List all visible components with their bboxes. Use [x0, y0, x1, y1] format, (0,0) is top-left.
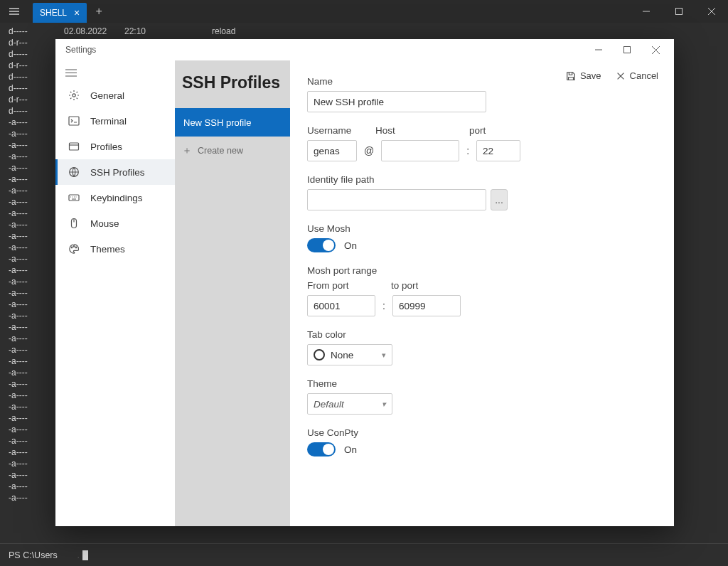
sidebar-toggle-button[interactable]: [55, 63, 175, 82]
settings-title: Settings: [65, 45, 96, 55]
gear-icon: [68, 90, 80, 101]
chevron-down-icon: ▾: [382, 400, 386, 409]
minimize-icon: [643, 8, 650, 15]
tab-color-value: None: [331, 350, 353, 361]
cancel-label: Cancel: [630, 70, 658, 81]
svg-rect-3: [69, 117, 79, 125]
color-circle-icon: [314, 349, 325, 361]
profile-list-column: SSH Profiles New SSH profile ＋ Create ne…: [175, 60, 290, 526]
terminal-listing: d----- d-r--- d----- d-r--- d----- d----…: [9, 26, 28, 503]
username-input[interactable]: [307, 140, 357, 161]
identity-input[interactable]: [307, 189, 486, 210]
sidebar-item-themes[interactable]: Themes: [55, 236, 175, 262]
sidebar-item-keybindings[interactable]: Keybindings: [55, 185, 175, 210]
hamburger-menu-button[interactable]: [0, 0, 28, 23]
sidebar-item-label: Themes: [90, 244, 125, 255]
globe-icon: [68, 166, 80, 178]
svg-rect-0: [676, 9, 682, 15]
svg-rect-4: [70, 143, 79, 150]
svg-point-2: [73, 94, 75, 97]
sidebar-item-label: Terminal: [90, 116, 127, 127]
settings-body: General Terminal Profiles: [55, 60, 674, 526]
use-conpty-toggle[interactable]: [307, 442, 336, 456]
svg-point-10: [75, 247, 77, 248]
sidebar-item-ssh-profiles[interactable]: SSH Profiles: [55, 159, 175, 185]
maximize-icon: [675, 8, 682, 15]
tab-label: SHELL: [40, 8, 67, 18]
window-minimize-button[interactable]: [630, 0, 663, 23]
theme-label: Theme: [307, 378, 657, 389]
sidebar-item-label: Mouse: [90, 218, 119, 229]
tab-color-label: Tab color: [307, 329, 657, 340]
close-icon: [652, 46, 660, 54]
username-label: Username: [307, 125, 363, 136]
svg-rect-1: [624, 47, 631, 53]
field-group-connection: Username Host port @ :: [307, 125, 657, 161]
plus-icon: +: [96, 5, 102, 18]
theme-select[interactable]: Default ▾: [307, 393, 392, 415]
action-bar: Save Cancel: [560, 66, 664, 85]
settings-close-button[interactable]: [641, 40, 670, 60]
cancel-icon: [616, 71, 626, 81]
save-button[interactable]: Save: [560, 66, 607, 85]
sidebar-item-label: Keybindings: [90, 193, 143, 203]
mosh-range-label: Mosh port range: [307, 265, 657, 276]
create-new-button[interactable]: ＋ Create new: [175, 137, 290, 165]
field-group-conpty: Use ConPty On: [307, 427, 657, 456]
new-tab-button[interactable]: +: [87, 0, 111, 23]
save-icon: [566, 71, 576, 81]
profile-item-label: New SSH profile: [183, 117, 251, 128]
theme-value: Default: [314, 399, 344, 410]
to-port-input[interactable]: [392, 295, 461, 316]
sidebar-item-label: General: [90, 90, 124, 101]
sidebar-item-profiles[interactable]: Profiles: [55, 134, 175, 159]
save-label: Save: [580, 70, 601, 81]
tab-shell[interactable]: SHELL ×: [33, 3, 87, 23]
field-group-usemosh: Use Mosh On: [307, 223, 657, 252]
settings-minimize-button[interactable]: [584, 40, 613, 60]
terminal-icon: [68, 115, 80, 127]
terminal-prompt: PS C:\Users: [9, 550, 58, 561]
profiles-icon: [68, 141, 80, 152]
close-tab-icon[interactable]: ×: [74, 7, 80, 18]
hamburger-icon: [65, 69, 77, 77]
keyboard-icon: [68, 192, 80, 203]
port-input[interactable]: [476, 140, 520, 161]
sidebar-item-terminal[interactable]: Terminal: [55, 108, 175, 134]
toggle-state-label: On: [344, 240, 357, 251]
maximize-icon: [623, 46, 631, 53]
terminal-prompt-bar: PS C:\Users .: [0, 543, 728, 566]
app-titlebar: SHELL × +: [0, 0, 728, 23]
host-label: Host: [375, 125, 459, 136]
use-mosh-toggle[interactable]: [307, 238, 336, 252]
settings-window: Settings General: [55, 39, 674, 526]
profile-list-item[interactable]: New SSH profile: [175, 108, 290, 137]
settings-sidebar: General Terminal Profiles: [55, 60, 175, 526]
settings-content: Save Cancel Name: [290, 60, 674, 526]
window-close-button[interactable]: [695, 0, 728, 23]
colon-separator: :: [464, 145, 472, 156]
chevron-down-icon: ▾: [382, 351, 386, 360]
sidebar-item-label: SSH Profiles: [90, 167, 145, 178]
sidebar-item-general[interactable]: General: [55, 82, 175, 108]
settings-titlebar: Settings: [55, 39, 674, 60]
port-label: port: [469, 125, 486, 136]
app-shell: SHELL × + d----- d-r--- d----- d-r--- d-…: [0, 0, 728, 566]
at-separator: @: [361, 145, 377, 156]
field-group-theme: Theme Default ▾: [307, 378, 657, 415]
use-mosh-label: Use Mosh: [307, 223, 657, 234]
tab-color-select[interactable]: None ▾: [307, 344, 392, 365]
from-port-input[interactable]: [307, 295, 375, 316]
cancel-button[interactable]: Cancel: [610, 66, 664, 85]
sidebar-item-label: Profiles: [90, 142, 122, 152]
browse-button[interactable]: ...: [491, 189, 508, 210]
ellipsis-icon: ...: [495, 194, 503, 205]
settings-maximize-button[interactable]: [613, 40, 641, 60]
to-port-label: to port: [391, 280, 418, 291]
host-input[interactable]: [381, 140, 459, 161]
terminal-extra: reload: [212, 26, 235, 37]
window-maximize-button[interactable]: [663, 0, 695, 23]
sidebar-item-mouse[interactable]: Mouse: [55, 210, 175, 236]
name-input[interactable]: [307, 91, 486, 112]
svg-rect-6: [69, 195, 79, 201]
